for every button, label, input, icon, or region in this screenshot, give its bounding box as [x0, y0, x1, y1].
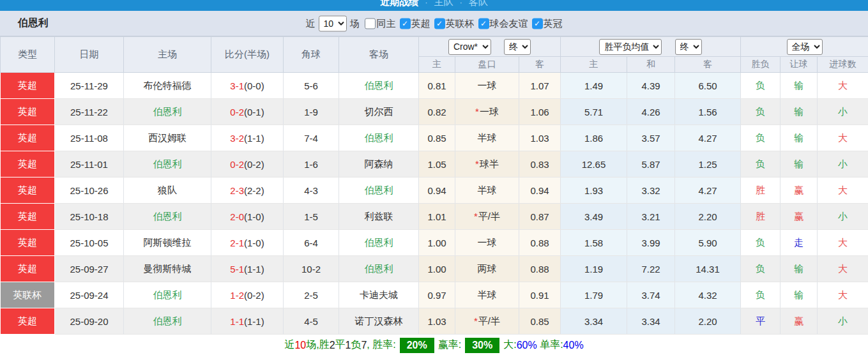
same-venue-label: 同主	[377, 17, 396, 29]
subcol-avg-draw: 和	[627, 57, 675, 73]
match-result-cell: 负	[741, 73, 780, 99]
final-score: 1-2	[230, 290, 244, 301]
odds-time-select[interactable]: 终	[504, 39, 531, 55]
tab-away-team[interactable]: 客队	[469, 0, 488, 7]
league-filter-label: 英冠	[544, 17, 563, 29]
avg-odds-selectors: 胜平负均值 终	[561, 37, 741, 57]
goals-result-cell: 小	[818, 308, 868, 335]
checkbox-checked-icon[interactable]: ✓	[478, 18, 489, 29]
match-result-cell: 胜	[741, 178, 780, 204]
away-team-cell: 阿森纳	[339, 151, 419, 178]
footer-segment-dark: 1	[346, 340, 351, 351]
date-cell: 25-09-24	[55, 282, 124, 308]
avg-draw-odds: 4.26	[627, 99, 675, 125]
checkbox-checked-icon[interactable]: ✓	[532, 18, 543, 29]
avg-lose-odds: 1.56	[675, 99, 741, 125]
asian-away-odds: 0.88	[519, 230, 561, 256]
match-result-cell: 负	[741, 125, 780, 151]
avg-lose-odds: 2.20	[675, 204, 741, 230]
avg-lose-odds: 6.50	[675, 73, 741, 99]
checkbox-checked-icon[interactable]: ✓	[400, 18, 411, 29]
footer-segment-green: 近	[284, 338, 294, 352]
top-nav-bar: 近期战绩·主队·客队	[0, 0, 868, 11]
avg-type-select[interactable]: 胜平负均值	[599, 39, 662, 55]
home-team-cell: 曼彻斯特城	[124, 256, 211, 282]
handicap-result-cell: 输	[780, 256, 818, 282]
half-time-score: (0-0)	[244, 80, 264, 91]
avg-lose-odds: 5.90	[675, 230, 741, 256]
col-header-away: 客场	[339, 37, 419, 73]
league-type-badge: 英超	[1, 73, 55, 99]
footer-segment-badge: 30%	[465, 338, 499, 353]
goals-result-cell: 大	[818, 282, 868, 308]
handicap-star-marker: *	[474, 315, 478, 326]
table-row: 英超25-09-20伯恩利1-1(1-1)4-5诺丁汉森林1.03*平/半0.8…	[1, 308, 868, 335]
score-cell: 3-2(1-1)	[211, 125, 284, 151]
league-checkboxes: ✓英超✓英联杯✓球会友谊✓英冠	[396, 17, 563, 29]
asian-away-odds: 1.03	[519, 125, 561, 151]
checkbox-checked-icon[interactable]: ✓	[434, 18, 445, 29]
scope-select[interactable]: 全场	[787, 39, 823, 55]
avg-time-select[interactable]: 终	[675, 39, 702, 55]
home-team-cell: 西汉姆联	[124, 125, 211, 151]
goals-result-cell: 大	[818, 73, 868, 99]
league-type-badge: 英超	[1, 178, 55, 204]
league-type-badge: 英超	[1, 230, 55, 256]
asian-handicap-line: 一球	[455, 230, 519, 256]
score-cell: 2-3(2-2)	[211, 178, 284, 204]
goals-result-cell: 小	[818, 99, 868, 125]
away-team-cell: 伯恩利	[339, 178, 419, 204]
half-time-score: (0-1)	[244, 107, 264, 117]
tab-separator: ·	[460, 0, 462, 7]
league-filter-3[interactable]: ✓英冠	[528, 17, 563, 29]
avg-lose-odds: 4.27	[675, 125, 741, 151]
recent-count-select[interactable]: 10	[319, 15, 347, 31]
half-time-score: (0-2)	[244, 159, 264, 170]
footer-segment-dark: 2	[330, 340, 335, 351]
table-row: 英超25-09-27曼彻斯特城5-1(1-1)10-2伯恩利1.00两球0.88…	[1, 256, 868, 282]
score-cell: 1-1(1-1)	[211, 308, 284, 335]
table-row: 英超25-11-22伯恩利0-2(0-1)1-9切尔西0.82*一球1.065.…	[1, 99, 868, 125]
corner-cell: 5-6	[284, 73, 339, 99]
odds-company-select[interactable]: Crow*	[448, 39, 491, 55]
final-score: 5-1	[230, 264, 244, 275]
league-type-badge: 英超	[1, 256, 55, 282]
handicap-star-marker: *	[475, 106, 479, 117]
handicap-result-cell: 走	[780, 230, 818, 256]
asian-away-odds: 0.94	[519, 178, 561, 204]
avg-draw-odds: 3.34	[627, 308, 675, 335]
asian-handicap-line: 一球	[455, 73, 519, 99]
asian-home-odds: 1.00	[419, 256, 455, 282]
league-filter-2[interactable]: ✓球会友谊	[475, 17, 528, 29]
footer-segment-dark: 7	[361, 340, 367, 351]
table-row: 英超25-11-29布伦特福德3-1(0-0)5-6伯恩利0.81一球1.071…	[1, 73, 868, 99]
avg-draw-odds: 7.22	[627, 256, 675, 282]
subcol-avg-win: 主	[561, 57, 627, 73]
date-cell: 25-10-26	[55, 178, 124, 204]
tab-recent-results[interactable]: 近期战绩	[380, 0, 418, 7]
corner-cell: 4-3	[284, 178, 339, 204]
asian-handicap-line: *平/半	[455, 204, 519, 230]
tab-home-team[interactable]: 主队	[434, 0, 453, 7]
col-header-corner: 角球	[284, 37, 339, 73]
recent-matches-table: 类型 日期 主场 比分(半场) 角球 客场 Crow* 终 胜平负均值 终	[0, 36, 868, 335]
league-filter-0[interactable]: ✓英超	[396, 17, 430, 29]
same-venue-checkbox[interactable]	[365, 18, 376, 29]
avg-win-odds: 5.71	[561, 99, 627, 125]
corner-cell: 2-5	[284, 282, 339, 308]
away-team-cell: 伯恩利	[339, 256, 419, 282]
corner-cell: 6-4	[284, 230, 339, 256]
avg-win-odds: 1.93	[561, 178, 627, 204]
home-team-cell: 伯恩利	[124, 204, 211, 230]
league-filter-1[interactable]: ✓英联杯	[430, 17, 475, 29]
matches-tbody: 英超25-11-29布伦特福德3-1(0-0)5-6伯恩利0.81一球1.071…	[1, 73, 868, 335]
home-team-cell: 狼队	[124, 178, 211, 204]
asian-away-odds: 1.07	[519, 73, 561, 99]
asian-away-odds: 0.88	[519, 256, 561, 282]
handicap-result-cell: 输	[780, 282, 818, 308]
match-result-cell: 平	[741, 308, 780, 335]
away-team-cell: 诺丁汉森林	[339, 308, 419, 335]
asian-handicap-line: 半球	[455, 125, 519, 151]
score-cell: 2-0(1-0)	[211, 204, 284, 230]
asian-away-odds: 0.87	[519, 204, 561, 230]
